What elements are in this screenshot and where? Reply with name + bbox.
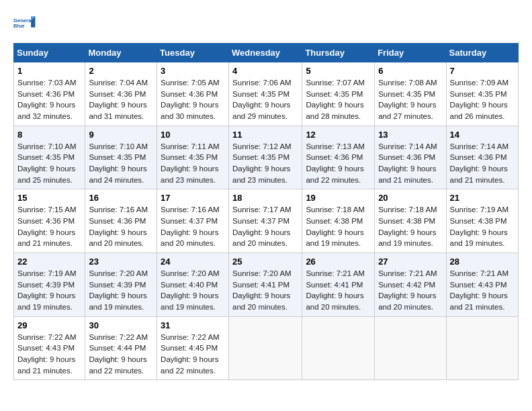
calendar-cell: 7 Sunrise: 7:09 AMSunset: 4:35 PMDayligh… [446,62,518,126]
calendar-cell: 27 Sunrise: 7:21 AMSunset: 4:42 PMDaylig… [375,253,446,317]
page-header: GeneralBlue [13,11,519,35]
calendar-cell [229,316,302,380]
day-number: 7 [450,66,515,76]
day-number: 12 [306,130,371,140]
day-number: 5 [306,66,371,76]
day-number: 26 [306,257,371,267]
day-number: 6 [378,66,442,76]
calendar-cell: 31 Sunrise: 7:22 AMSunset: 4:45 PMDaylig… [157,316,229,380]
calendar-week-1: 1 Sunrise: 7:03 AMSunset: 4:36 PMDayligh… [14,62,519,126]
day-number: 31 [161,320,225,330]
day-number: 22 [17,257,81,267]
dow-header-wednesday: Wednesday [229,44,302,62]
calendar-week-4: 22 Sunrise: 7:19 AMSunset: 4:39 PMDaylig… [14,253,519,317]
svg-text:General: General [13,17,32,24]
day-info: Sunrise: 7:09 AMSunset: 4:35 PMDaylight:… [450,79,509,120]
calendar-cell: 9 Sunrise: 7:10 AMSunset: 4:35 PMDayligh… [85,126,157,189]
day-number: 27 [378,257,442,267]
dow-header-friday: Friday [375,44,446,62]
calendar-cell: 11 Sunrise: 7:12 AMSunset: 4:35 PMDaylig… [229,126,302,189]
calendar-cell: 14 Sunrise: 7:14 AMSunset: 4:36 PMDaylig… [446,126,518,189]
day-number: 11 [232,130,298,140]
day-number: 17 [161,193,225,203]
day-info: Sunrise: 7:10 AMSunset: 4:35 PMDaylight:… [17,142,77,184]
calendar-cell: 25 Sunrise: 7:20 AMSunset: 4:41 PMDaylig… [229,253,302,317]
calendar-week-3: 15 Sunrise: 7:15 AMSunset: 4:36 PMDaylig… [14,189,519,253]
day-number: 1 [17,66,81,76]
day-info: Sunrise: 7:18 AMSunset: 4:38 PMDaylight:… [306,205,365,247]
logo: GeneralBlue [13,11,38,35]
calendar-cell: 26 Sunrise: 7:21 AMSunset: 4:41 PMDaylig… [302,253,375,317]
calendar-cell: 1 Sunrise: 7:03 AMSunset: 4:36 PMDayligh… [14,62,85,126]
day-info: Sunrise: 7:18 AMSunset: 4:38 PMDaylight:… [378,205,437,247]
dow-header-tuesday: Tuesday [157,44,229,62]
day-info: Sunrise: 7:21 AMSunset: 4:41 PMDaylight:… [306,269,365,311]
day-number: 29 [17,320,81,330]
day-info: Sunrise: 7:21 AMSunset: 4:42 PMDaylight:… [378,269,437,311]
dow-header-saturday: Saturday [446,44,518,62]
calendar-cell: 30 Sunrise: 7:22 AMSunset: 4:44 PMDaylig… [85,316,157,380]
calendar-cell: 12 Sunrise: 7:13 AMSunset: 4:36 PMDaylig… [302,126,375,189]
day-info: Sunrise: 7:16 AMSunset: 4:37 PMDaylight:… [161,205,220,247]
logo-icon: GeneralBlue [13,11,38,35]
calendar-cell: 17 Sunrise: 7:16 AMSunset: 4:37 PMDaylig… [157,189,229,253]
calendar-cell [446,316,518,380]
day-number: 10 [161,130,225,140]
day-info: Sunrise: 7:04 AMSunset: 4:36 PMDaylight:… [89,79,148,120]
day-info: Sunrise: 7:06 AMSunset: 4:35 PMDaylight:… [232,79,292,120]
day-info: Sunrise: 7:03 AMSunset: 4:36 PMDaylight:… [17,79,77,120]
day-info: Sunrise: 7:19 AMSunset: 4:38 PMDaylight:… [450,205,509,247]
dow-header-sunday: Sunday [14,44,85,62]
calendar-week-2: 8 Sunrise: 7:10 AMSunset: 4:35 PMDayligh… [14,126,519,189]
calendar-cell: 6 Sunrise: 7:08 AMSunset: 4:35 PMDayligh… [375,62,446,126]
day-info: Sunrise: 7:12 AMSunset: 4:35 PMDaylight:… [232,142,292,184]
calendar-cell: 24 Sunrise: 7:20 AMSunset: 4:40 PMDaylig… [157,253,229,317]
calendar-cell: 16 Sunrise: 7:16 AMSunset: 4:36 PMDaylig… [85,189,157,253]
day-info: Sunrise: 7:15 AMSunset: 4:36 PMDaylight:… [17,205,77,247]
day-number: 19 [306,193,371,203]
calendar-week-5: 29 Sunrise: 7:22 AMSunset: 4:43 PMDaylig… [14,316,519,380]
day-info: Sunrise: 7:20 AMSunset: 4:41 PMDaylight:… [232,269,292,311]
calendar-cell: 22 Sunrise: 7:19 AMSunset: 4:39 PMDaylig… [14,253,85,317]
day-number: 13 [378,130,442,140]
day-number: 14 [450,130,515,140]
calendar-table: SundayMondayTuesdayWednesdayThursdayFrid… [13,43,519,380]
day-number: 8 [17,130,81,140]
dow-header-thursday: Thursday [302,44,375,62]
day-info: Sunrise: 7:07 AMSunset: 4:35 PMDaylight:… [306,79,365,120]
svg-text:Blue: Blue [13,23,25,29]
calendar-cell: 23 Sunrise: 7:20 AMSunset: 4:39 PMDaylig… [85,253,157,317]
calendar-cell: 18 Sunrise: 7:17 AMSunset: 4:37 PMDaylig… [229,189,302,253]
calendar-cell: 8 Sunrise: 7:10 AMSunset: 4:35 PMDayligh… [14,126,85,189]
calendar-cell: 5 Sunrise: 7:07 AMSunset: 4:35 PMDayligh… [302,62,375,126]
day-number: 25 [232,257,298,267]
day-info: Sunrise: 7:19 AMSunset: 4:39 PMDaylight:… [17,269,77,311]
day-info: Sunrise: 7:20 AMSunset: 4:39 PMDaylight:… [89,269,148,311]
day-number: 16 [89,193,153,203]
day-info: Sunrise: 7:14 AMSunset: 4:36 PMDaylight:… [378,142,437,184]
day-number: 30 [89,320,153,330]
day-number: 3 [161,66,225,76]
calendar-cell: 20 Sunrise: 7:18 AMSunset: 4:38 PMDaylig… [375,189,446,253]
day-number: 28 [450,257,515,267]
day-number: 2 [89,66,153,76]
day-number: 24 [161,257,225,267]
day-number: 4 [232,66,298,76]
calendar-cell: 3 Sunrise: 7:05 AMSunset: 4:36 PMDayligh… [157,62,229,126]
day-number: 18 [232,193,298,203]
day-info: Sunrise: 7:13 AMSunset: 4:36 PMDaylight:… [306,142,365,184]
day-number: 23 [89,257,153,267]
calendar-cell: 28 Sunrise: 7:21 AMSunset: 4:43 PMDaylig… [446,253,518,317]
day-info: Sunrise: 7:16 AMSunset: 4:36 PMDaylight:… [89,205,148,247]
day-info: Sunrise: 7:05 AMSunset: 4:36 PMDaylight:… [161,79,220,120]
day-info: Sunrise: 7:22 AMSunset: 4:45 PMDaylight:… [161,333,220,375]
days-of-week-row: SundayMondayTuesdayWednesdayThursdayFrid… [14,44,519,62]
day-info: Sunrise: 7:10 AMSunset: 4:35 PMDaylight:… [89,142,148,184]
calendar-cell: 21 Sunrise: 7:19 AMSunset: 4:38 PMDaylig… [446,189,518,253]
day-info: Sunrise: 7:08 AMSunset: 4:35 PMDaylight:… [378,79,437,120]
day-info: Sunrise: 7:11 AMSunset: 4:35 PMDaylight:… [161,142,220,184]
calendar-cell: 15 Sunrise: 7:15 AMSunset: 4:36 PMDaylig… [14,189,85,253]
calendar-cell [302,316,375,380]
day-info: Sunrise: 7:21 AMSunset: 4:43 PMDaylight:… [450,269,509,311]
calendar-body: 1 Sunrise: 7:03 AMSunset: 4:36 PMDayligh… [14,62,519,380]
